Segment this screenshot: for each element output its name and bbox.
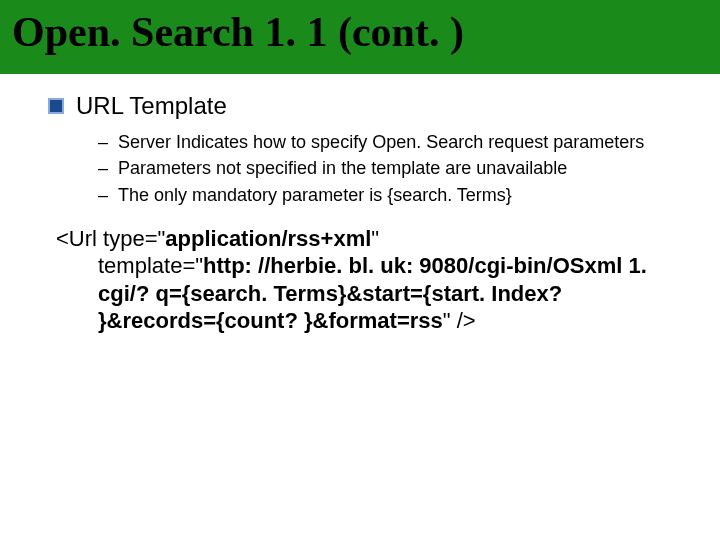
code-example: <Url type="application/rss+xml" template… — [56, 225, 670, 335]
code-bold: application/rss+xml — [165, 226, 371, 251]
code-text: <Url type=" — [56, 226, 165, 251]
dash-icon: – — [98, 130, 108, 154]
list-item: – Parameters not specified in the templa… — [98, 156, 700, 180]
code-text: template=" — [98, 253, 203, 278]
section-heading-row: URL Template — [48, 92, 700, 120]
bullet-icon — [48, 98, 64, 114]
sub-list: – Server Indicates how to specify Open. … — [98, 130, 700, 207]
code-text: " — [371, 226, 379, 251]
list-item-text: The only mandatory parameter is {search.… — [118, 183, 700, 207]
list-item: – Server Indicates how to specify Open. … — [98, 130, 700, 154]
list-item-text: Parameters not specified in the template… — [118, 156, 700, 180]
dash-icon: – — [98, 183, 108, 207]
code-line: <Url type="application/rss+xml" — [56, 225, 670, 253]
code-line: template="http: //herbie. bl. uk: 9080/c… — [98, 252, 670, 335]
code-text: " /> — [443, 308, 476, 333]
section-title: URL Template — [76, 92, 227, 120]
dash-icon: – — [98, 156, 108, 180]
list-item-text: Server Indicates how to specify Open. Se… — [118, 130, 700, 154]
list-item: – The only mandatory parameter is {searc… — [98, 183, 700, 207]
slide-header: Open. Search 1. 1 (cont. ) — [0, 0, 720, 74]
slide-content: URL Template – Server Indicates how to s… — [0, 74, 720, 345]
slide-title: Open. Search 1. 1 (cont. ) — [12, 8, 708, 56]
